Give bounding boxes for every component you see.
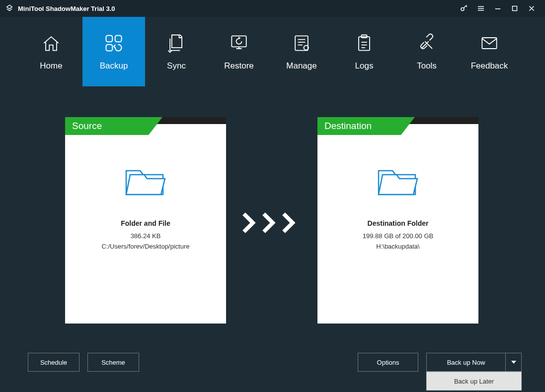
backup-later-option[interactable]: Back up Later [426, 372, 522, 391]
schedule-button[interactable]: Schedule [28, 353, 79, 372]
logs-icon [353, 32, 376, 54]
app-title: MiniTool ShadowMaker Trial 3.0 [18, 5, 115, 12]
app-logo-icon [5, 4, 14, 13]
destination-card[interactable]: Destination Destination Folder 199.88 GB… [317, 117, 478, 324]
close-icon[interactable] [523, 0, 540, 17]
source-card-header: Source [65, 117, 226, 135]
nav-sync[interactable]: Sync [145, 17, 208, 86]
source-size: 386.24 KB [131, 232, 161, 240]
nav-label: Backup [100, 61, 128, 71]
svg-rect-4 [106, 45, 112, 51]
restore-icon [228, 32, 250, 54]
nav-manage[interactable]: Manage [270, 17, 333, 86]
svg-rect-1 [513, 6, 517, 11]
backup-dropdown-toggle[interactable] [506, 353, 522, 372]
nav-label: Logs [355, 61, 374, 71]
folder-icon [376, 162, 420, 197]
footer: Schedule Scheme Options Back up Now Back… [0, 351, 545, 391]
destination-header-label: Destination [317, 117, 401, 135]
source-header-label: Source [65, 117, 149, 135]
nav-home[interactable]: Home [20, 17, 82, 86]
nav-label: Manage [286, 61, 316, 71]
nav-logs[interactable]: Logs [333, 17, 395, 86]
sync-icon [165, 32, 188, 54]
svg-rect-6 [295, 36, 308, 50]
minimize-icon[interactable] [489, 0, 506, 17]
nav-label: Tools [417, 61, 437, 71]
backup-now-split-button: Back up Now [426, 353, 522, 372]
svg-rect-2 [106, 35, 112, 42]
nav-feedback[interactable]: Feedback [458, 17, 521, 86]
backup-icon [102, 32, 125, 54]
maximize-icon[interactable] [506, 0, 523, 17]
svg-rect-10 [482, 38, 496, 49]
nav-restore[interactable]: Restore [208, 17, 270, 86]
nav-tools[interactable]: Tools [395, 17, 458, 86]
backup-now-button[interactable]: Back up Now [426, 353, 506, 372]
manage-icon [290, 32, 313, 54]
tools-icon [415, 32, 438, 54]
destination-path: H:\backupdata\ [376, 243, 419, 250]
source-title: Folder and File [121, 219, 170, 227]
home-icon [40, 32, 63, 54]
arrow-icon [241, 212, 301, 233]
menu-icon[interactable] [472, 0, 489, 17]
titlebar: MiniTool ShadowMaker Trial 3.0 [0, 0, 545, 17]
scheme-button[interactable]: Scheme [87, 353, 139, 372]
options-button[interactable]: Options [358, 353, 418, 372]
feedback-icon [478, 32, 501, 54]
source-card[interactable]: Source Folder and File 386.24 KB C:/User… [65, 117, 226, 324]
main-nav: Home Backup Sync [0, 17, 545, 86]
svg-rect-8 [359, 37, 370, 51]
nav-label: Restore [224, 61, 254, 71]
destination-size: 199.88 GB of 200.00 GB [363, 232, 433, 240]
key-icon[interactable] [456, 0, 472, 17]
nav-label: Sync [167, 61, 186, 71]
content-area: Source Folder and File 386.24 KB C:/User… [0, 86, 545, 344]
destination-card-header: Destination [317, 117, 478, 135]
svg-point-0 [461, 8, 464, 11]
destination-title: Destination Folder [368, 219, 429, 227]
folder-icon [123, 162, 168, 197]
source-path: C:/Users/forev/Desktop/picture [101, 243, 189, 250]
svg-rect-3 [115, 35, 122, 42]
nav-backup[interactable]: Backup [82, 17, 145, 86]
nav-label: Home [40, 61, 62, 71]
nav-label: Feedback [471, 61, 508, 71]
